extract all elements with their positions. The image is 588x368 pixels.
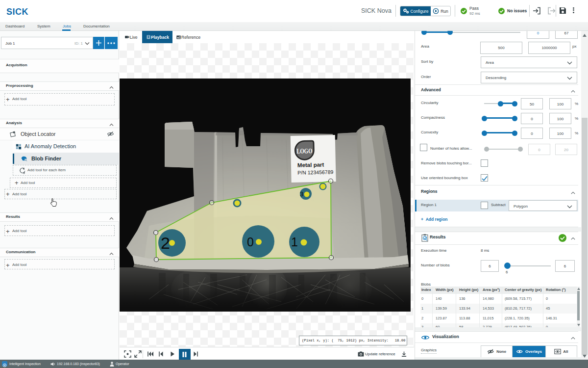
svg-text:3: 3	[300, 190, 303, 198]
svg-text:P/N 123456789: P/N 123456789	[297, 169, 333, 176]
svg-text:1: 1	[291, 235, 298, 249]
svg-text:LOGO: LOGO	[296, 147, 312, 155]
svg-text:2: 2	[161, 234, 170, 252]
svg-text:0: 0	[247, 235, 254, 249]
svg-text:Metal part: Metal part	[297, 162, 324, 168]
